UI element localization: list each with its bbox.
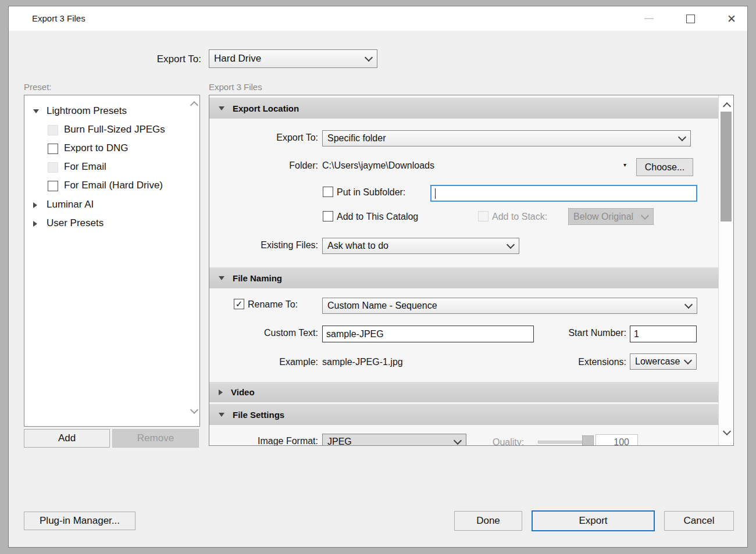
quality-slider-handle[interactable]	[582, 435, 594, 446]
preset-group-lightroom-presets[interactable]: Lightroom Presets	[24, 102, 199, 121]
scroll-down-arrow[interactable]	[724, 433, 730, 438]
dialog-title: Export 3 Files	[32, 13, 85, 23]
preset-checkbox[interactable]	[48, 181, 58, 191]
export-to-top-value: Hard Drive	[214, 53, 261, 65]
chevron-down-icon	[678, 133, 686, 141]
section-collapse-icon	[219, 413, 224, 417]
checkmark-icon: ✓	[236, 299, 243, 309]
preset-group-user-presets[interactable]: User Presets	[24, 215, 199, 233]
folder-label: Folder:	[231, 160, 318, 171]
chevron-down-icon	[684, 356, 692, 364]
example-value: sample-JPEG-1.jpg	[322, 357, 403, 367]
section-expand-icon	[219, 389, 223, 395]
tree-item-label: For Email	[64, 161, 106, 173]
quality-label: Quality:	[493, 437, 524, 446]
expand-triangle-icon[interactable]	[33, 221, 37, 227]
main-panel-title: Export 3 Files	[209, 82, 262, 92]
put-in-subfolder-checkbox[interactable]	[323, 187, 333, 197]
image-format-select[interactable]: JPEG	[322, 434, 466, 446]
remove-preset-button: Remove	[112, 429, 199, 448]
rename-template-select[interactable]: Custom Name - Sequence	[322, 298, 697, 314]
plugin-manager-button[interactable]: Plug-in Manager...	[24, 512, 135, 530]
tree-item-label: Lightroom Presets	[47, 105, 127, 117]
rename-to-label: Rename To:	[248, 299, 298, 310]
close-icon: ✕	[727, 13, 736, 24]
quality-value-input[interactable]: 100	[595, 434, 638, 446]
preset-scroll-up[interactable]	[191, 103, 197, 109]
tree-item-label: For Email (Hard Drive)	[64, 180, 163, 191]
chevron-down-icon	[684, 301, 693, 309]
image-format-label: Image Format:	[231, 436, 318, 446]
preset-list: Lightroom Presets Burn Full-Sized JPEGs …	[24, 95, 200, 427]
section-collapse-icon	[219, 106, 224, 110]
tree-item-label: Export to DNG	[64, 142, 129, 154]
preset-item-for-email[interactable]: For Email	[24, 158, 199, 177]
folder-history-dropdown-icon[interactable]: ▾	[623, 162, 626, 168]
export-to-top-label: Export To:	[85, 53, 201, 65]
folder-path: C:\Users\jayme\Downloads	[322, 160, 434, 171]
panel-scrollbar[interactable]	[718, 95, 733, 445]
export-to-select[interactable]: Specific folder	[322, 130, 691, 146]
preset-checkbox[interactable]	[48, 144, 58, 154]
section-file-settings[interactable]: File Settings	[209, 404, 719, 425]
chevron-down-icon	[454, 437, 462, 445]
add-to-catalog-label: Add to This Catalog	[337, 212, 418, 222]
tree-item-label: Burn Full-Sized JPEGs	[64, 124, 165, 135]
tree-item-label: User Presets	[47, 217, 104, 229]
rename-to-checkbox[interactable]: ✓	[234, 299, 244, 309]
text-caret	[435, 188, 436, 199]
close-button[interactable]: ✕	[718, 6, 745, 31]
custom-text-input[interactable]	[322, 326, 534, 342]
stack-position-select: Below Original	[568, 208, 654, 225]
scroll-up-arrow[interactable]	[724, 105, 730, 110]
preset-item-export-to-dng[interactable]: Export to DNG	[24, 140, 199, 158]
tree-item-label: Luminar AI	[47, 199, 94, 210]
export-button[interactable]: Export	[532, 510, 655, 531]
custom-text-label: Custom Text:	[231, 328, 318, 338]
extensions-label: Extensions:	[539, 357, 626, 367]
add-to-stack-label: Add to Stack:	[492, 212, 547, 222]
preset-item-burn-full-sized-jpegs[interactable]: Burn Full-Sized JPEGs	[24, 121, 199, 140]
section-file-naming[interactable]: File Naming	[209, 267, 719, 288]
chevron-down-icon	[507, 241, 515, 249]
preset-scroll-down[interactable]	[191, 411, 197, 417]
done-button[interactable]: Done	[454, 511, 522, 531]
preset-checkbox[interactable]	[48, 125, 58, 135]
collapse-triangle-icon[interactable]	[33, 109, 39, 113]
title-bar: Export 3 Files ✕	[9, 6, 747, 31]
section-video[interactable]: Video	[209, 382, 719, 402]
section-collapse-icon	[219, 276, 224, 280]
export-settings-panel: Export Location Export To: Specific fold…	[209, 95, 734, 446]
minimize-icon	[644, 18, 654, 19]
preset-item-for-email-hard-drive[interactable]: For Email (Hard Drive)	[24, 177, 199, 195]
start-number-label: Start Number:	[539, 328, 626, 338]
chevron-down-icon	[365, 53, 373, 62]
export-to-top-select[interactable]: Hard Drive	[209, 49, 377, 68]
add-preset-button[interactable]: Add	[24, 429, 110, 448]
start-number-input[interactable]	[630, 326, 697, 342]
add-to-stack-checkbox	[478, 211, 488, 221]
maximize-icon	[686, 15, 695, 23]
chevron-down-icon	[641, 211, 649, 219]
subfolder-input[interactable]	[430, 185, 697, 202]
add-to-catalog-checkbox[interactable]	[323, 211, 333, 221]
put-in-subfolder-label: Put in Subfolder:	[337, 187, 405, 198]
maximize-button[interactable]	[677, 6, 704, 31]
preset-group-luminar-ai[interactable]: Luminar AI	[24, 196, 199, 215]
section-export-location[interactable]: Export Location	[209, 98, 719, 119]
example-label: Example:	[231, 357, 318, 367]
cancel-button[interactable]: Cancel	[664, 511, 734, 531]
minimize-button[interactable]	[636, 6, 662, 31]
extensions-select[interactable]: Lowercase	[630, 353, 697, 370]
existing-files-select[interactable]: Ask what to do	[322, 238, 519, 254]
preset-checkbox[interactable]	[48, 162, 58, 173]
preset-label: Preset:	[24, 82, 52, 92]
export-dialog: Export 3 Files ✕ Export To: Hard Drive P…	[8, 6, 748, 548]
existing-files-label: Existing Files:	[231, 240, 318, 251]
expand-triangle-icon[interactable]	[33, 202, 37, 208]
choose-folder-button[interactable]: Choose...	[636, 158, 693, 176]
export-to-label: Export To:	[231, 133, 318, 143]
scrollbar-thumb[interactable]	[721, 112, 732, 221]
